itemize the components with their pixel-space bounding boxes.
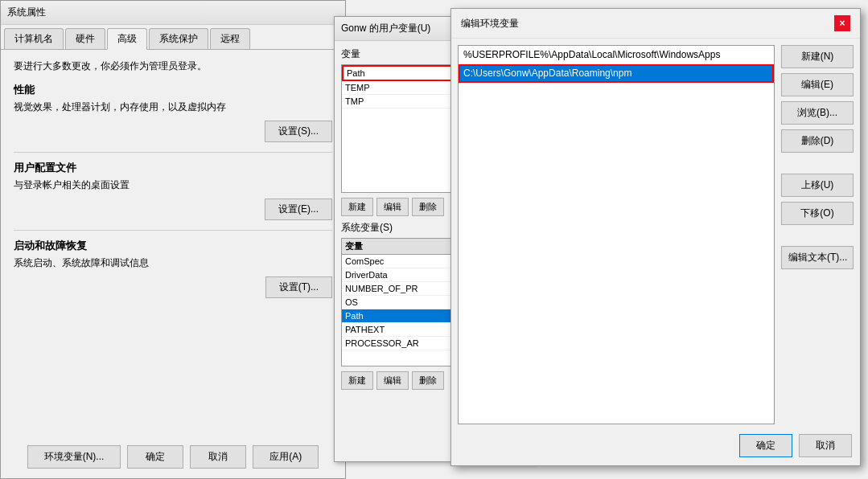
sys-var-processor-name: PROCESSOR_AR — [345, 338, 426, 348]
sys-props-titlebar: 系统属性 — [1, 1, 345, 25]
sys-var-path-name: Path — [345, 311, 426, 321]
edit-btn[interactable]: 编辑(E) — [781, 73, 854, 96]
user-profile-settings-btn[interactable]: 设置(E)... — [265, 199, 332, 220]
sys-delete-btn[interactable]: 删除 — [412, 371, 444, 390]
user-profile-section: 用户配置文件 与登录帐户相关的桌面设置 设置(E)... — [14, 161, 332, 220]
sys-var-number-name: NUMBER_OF_PR — [345, 284, 426, 293]
startup-section: 启动和故障恢复 系统启动、系统故障和调试信息 设置(T)... — [14, 239, 332, 298]
user-var-path-name: Path — [347, 68, 427, 78]
divider-2 — [14, 230, 332, 231]
startup-settings-btn[interactable]: 设置(T)... — [265, 276, 332, 298]
performance-desc: 视觉效果，处理器计划，内存使用，以及虚拟内存 — [14, 100, 332, 114]
sys-props-title: 系统属性 — [7, 6, 46, 19]
edit-env-ok-btn[interactable]: 确定 — [739, 434, 792, 457]
sys-props-window: 系统属性 计算机名 硬件 高级 系统保护 远程 要进行大多数更改，你必须作为管理… — [0, 0, 346, 479]
sys-props-ok-btn[interactable]: 确定 — [127, 445, 183, 469]
close-btn[interactable]: × — [834, 15, 850, 31]
performance-label: 性能 — [14, 83, 332, 97]
sys-props-cancel-btn[interactable]: 取消 — [190, 445, 246, 469]
path-list: %USERPROFILE%\AppData\Local\Microsoft\Wi… — [458, 45, 775, 424]
tab-system-protection[interactable]: 系统保护 — [149, 28, 208, 49]
edit-env-content: %USERPROFILE%\AppData\Local\Microsoft\Wi… — [451, 39, 860, 431]
user-var-tmp-name: TMP — [345, 96, 426, 106]
new-btn[interactable]: 新建(N) — [781, 45, 854, 68]
env-vars-title-text: Gonw 的用户变量(U) — [341, 22, 430, 35]
sys-props-content: 要进行大多数更改，你必须作为管理员登录。 性能 视觉效果，处理器计划，内存使用，… — [1, 50, 345, 317]
sys-edit-btn[interactable]: 编辑 — [376, 371, 409, 390]
user-new-btn[interactable]: 新建 — [341, 198, 373, 216]
user-profile-desc: 与登录帐户相关的桌面设置 — [14, 178, 332, 192]
sys-vars-col-name: 变量 — [345, 240, 426, 252]
performance-settings-btn[interactable]: 设置(S)... — [265, 121, 332, 142]
path-item-0[interactable]: %USERPROFILE%\AppData\Local\Microsoft\Wi… — [459, 46, 774, 64]
tabs-row: 计算机名 硬件 高级 系统保护 远程 — [1, 25, 345, 50]
sys-var-driverdata-name: DriverData — [345, 270, 426, 280]
warning-text: 要进行大多数更改，你必须作为管理员登录。 — [14, 59, 332, 73]
user-edit-btn[interactable]: 编辑 — [376, 198, 409, 216]
divider-1 — [14, 152, 332, 153]
performance-section: 性能 视觉效果，处理器计划，内存使用，以及虚拟内存 设置(S)... — [14, 83, 332, 142]
sys-var-comspec-name: ComSpec — [345, 256, 426, 266]
sys-props-bottom-buttons: 环境变量(N)... 确定 取消 应用(A) — [1, 445, 345, 469]
delete-btn[interactable]: 删除(D) — [781, 129, 854, 153]
path-item-1[interactable]: C:\Users\Gonw\AppData\Roaming\npm — [459, 64, 774, 83]
sys-var-os-name: OS — [345, 297, 426, 307]
edit-env-title: 编辑环境变量 — [461, 17, 519, 31]
browse-btn[interactable]: 浏览(B)... — [781, 101, 854, 125]
sys-new-btn[interactable]: 新建 — [341, 371, 373, 390]
edit-env-titlebar: 编辑环境变量 × — [451, 9, 860, 39]
tab-remote[interactable]: 远程 — [210, 28, 250, 49]
env-vars-btn[interactable]: 环境变量(N)... — [27, 445, 121, 469]
user-profile-label: 用户配置文件 — [14, 161, 332, 175]
edit-env-footer: 确定 取消 — [739, 434, 852, 457]
tab-hardware[interactable]: 硬件 — [65, 28, 105, 49]
edit-env-buttons: 新建(N) 编辑(E) 浏览(B)... 删除(D) 上移(U) 下移(O) 编… — [781, 45, 854, 424]
edit-env-cancel-btn[interactable]: 取消 — [799, 434, 852, 457]
sys-var-pathext-name: PATHEXT — [345, 325, 426, 334]
sys-props-apply-btn[interactable]: 应用(A) — [253, 445, 319, 469]
move-down-btn[interactable]: 下移(O) — [781, 202, 854, 225]
startup-label: 启动和故障恢复 — [14, 239, 332, 253]
tab-computer-name[interactable]: 计算机名 — [4, 28, 64, 49]
edit-text-btn[interactable]: 编辑文本(T)... — [781, 246, 854, 269]
edit-env-window: 编辑环境变量 × %USERPROFILE%\AppData\Local\Mic… — [450, 8, 861, 466]
tab-advanced[interactable]: 高级 — [107, 28, 147, 50]
move-up-btn[interactable]: 上移(U) — [781, 174, 854, 197]
startup-desc: 系统启动、系统故障和调试信息 — [14, 256, 332, 270]
user-delete-btn[interactable]: 删除 — [412, 198, 444, 216]
user-var-temp-name: TEMP — [345, 83, 426, 92]
